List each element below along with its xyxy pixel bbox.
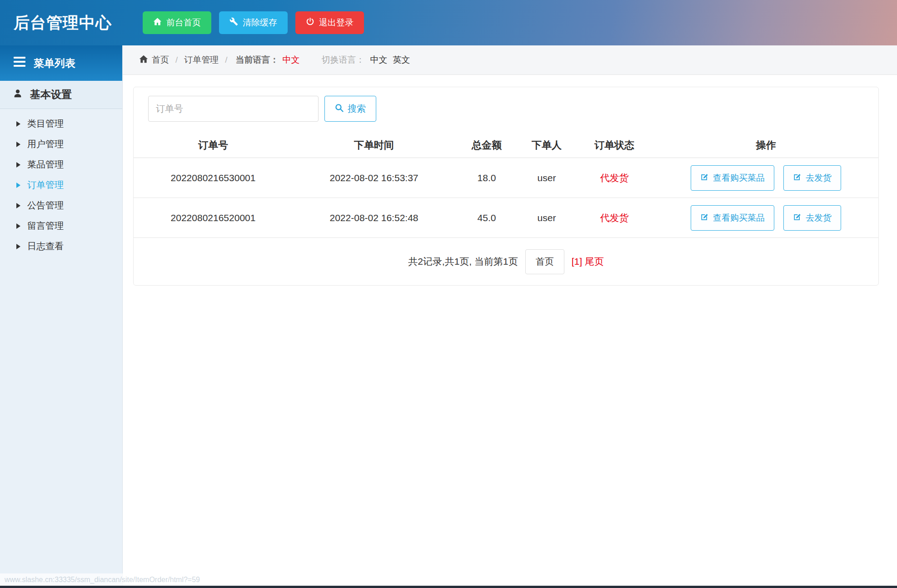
- sidebar-menu: 类目管理 用户管理 菜品管理 订单管理 公告管理 留言管理 日志查看: [0, 109, 122, 257]
- breadcrumb: 首页 / 订单管理 / 当前语言： 中文 切换语言： 中文 英文: [123, 45, 897, 75]
- table-header-row: 订单号 下单时间 总金额 下单人 订单状态 操作: [134, 133, 878, 158]
- cell-user: user: [518, 212, 575, 223]
- logout-label: 退出登录: [319, 17, 354, 29]
- cell-order-no: 2022080216530001: [134, 173, 293, 183]
- cell-order-no: 2022080216520001: [134, 212, 293, 223]
- edit-icon: [793, 212, 802, 223]
- pagination: 共2记录,共1页, 当前第1页 首页 [1] 尾页: [134, 238, 878, 285]
- admin-app: 后台管理中心 前台首页 清除缓存 退出登录 菜单列表 基本设置 类目管理: [0, 0, 897, 588]
- home-icon: [139, 54, 152, 66]
- caret-right-icon: [16, 121, 20, 127]
- sidebar-item-orders[interactable]: 订单管理: [0, 175, 122, 195]
- cell-amount: 18.0: [455, 173, 518, 183]
- ship-label: 去发货: [806, 212, 832, 224]
- ship-button[interactable]: 去发货: [783, 165, 841, 191]
- cell-actions: 查看购买菜品 去发货: [653, 165, 878, 191]
- logout-button[interactable]: 退出登录: [295, 11, 364, 34]
- first-page-button[interactable]: 首页: [525, 249, 564, 274]
- front-home-button[interactable]: 前台首页: [143, 11, 211, 34]
- pagination-summary: 共2记录,共1页, 当前第1页: [408, 255, 518, 268]
- orders-table: 订单号 下单时间 总金额 下单人 订单状态 操作 202208021653000…: [134, 133, 878, 285]
- sidebar-section-label: 基本设置: [30, 88, 72, 102]
- sidebar-item-label: 公告管理: [27, 199, 64, 212]
- caret-right-icon: [16, 203, 20, 208]
- bottom-edge-strip: [0, 586, 897, 588]
- view-items-button[interactable]: 查看购买菜品: [691, 165, 774, 191]
- view-items-button[interactable]: 查看购买菜品: [691, 205, 774, 231]
- edit-icon: [700, 173, 709, 183]
- caret-right-icon: [16, 223, 20, 229]
- user-icon: [13, 89, 23, 101]
- power-icon: [306, 17, 314, 28]
- clear-cache-label: 清除缓存: [243, 17, 277, 29]
- content: 搜索 订单号 下单时间 总金额 下单人 订单状态 操作: [123, 75, 897, 586]
- sidebar: 菜单列表 基本设置 类目管理 用户管理 菜品管理 订单管理 公告管理 留言管理 …: [0, 45, 123, 586]
- current-language-value[interactable]: 中文: [283, 54, 300, 66]
- caret-right-icon: [16, 183, 20, 188]
- col-header-amount: 总金额: [455, 138, 518, 152]
- sidebar-header: 菜单列表: [0, 45, 122, 81]
- wrench-icon: [229, 17, 238, 28]
- col-header-time: 下单时间: [293, 138, 455, 152]
- breadcrumb-separator: /: [225, 55, 227, 65]
- search-button-label: 搜索: [348, 103, 366, 115]
- app-title: 后台管理中心: [14, 12, 112, 34]
- view-items-label: 查看购买菜品: [713, 172, 765, 184]
- col-header-actions: 操作: [653, 138, 878, 152]
- breadcrumb-home[interactable]: 首页: [152, 54, 169, 66]
- front-home-label: 前台首页: [166, 17, 201, 29]
- main-area: 首页 / 订单管理 / 当前语言： 中文 切换语言： 中文 英文 搜索: [123, 45, 897, 586]
- sidebar-item-label: 日志查看: [27, 240, 64, 252]
- home-icon: [153, 17, 162, 28]
- cell-time: 2022-08-02 16:52:48: [293, 212, 455, 223]
- view-items-label: 查看购买菜品: [713, 212, 765, 224]
- ship-label: 去发货: [806, 172, 832, 184]
- sidebar-section-basic-settings[interactable]: 基本设置: [0, 81, 122, 109]
- clear-cache-button[interactable]: 清除缓存: [219, 11, 288, 34]
- switch-language-label: 切换语言：: [322, 54, 365, 66]
- sidebar-item-label: 菜品管理: [27, 158, 64, 171]
- sidebar-item-logs[interactable]: 日志查看: [0, 236, 122, 257]
- sidebar-item-label: 留言管理: [27, 220, 64, 232]
- ship-button[interactable]: 去发货: [783, 205, 841, 231]
- col-header-order-no: 订单号: [134, 138, 293, 152]
- breadcrumb-current[interactable]: 订单管理: [184, 54, 219, 66]
- orders-card: 搜索 订单号 下单时间 总金额 下单人 订单状态 操作: [133, 87, 879, 286]
- top-bar: 后台管理中心 前台首页 清除缓存 退出登录: [0, 0, 897, 45]
- cell-actions: 查看购买菜品 去发货: [653, 205, 878, 231]
- caret-right-icon: [16, 142, 20, 147]
- sidebar-item-messages[interactable]: 留言管理: [0, 216, 122, 236]
- table-row: 2022080216530001 2022-08-02 16:53:37 18.…: [134, 158, 878, 198]
- edit-icon: [700, 212, 709, 223]
- cell-time: 2022-08-02 16:53:37: [293, 173, 455, 183]
- sidebar-item-label: 类目管理: [27, 118, 64, 130]
- col-header-user: 下单人: [518, 138, 575, 152]
- menu-list-icon: [14, 57, 25, 69]
- sidebar-item-label: 订单管理: [27, 179, 64, 191]
- search-icon: [335, 104, 344, 114]
- current-language-label: 当前语言：: [236, 54, 279, 66]
- status-badge: 代发货: [575, 212, 653, 224]
- language-en-link[interactable]: 英文: [393, 54, 410, 66]
- browser-status-url: www.slashe.cn:33335/ssm_diancan/site/Ite…: [0, 573, 245, 586]
- sidebar-item-notices[interactable]: 公告管理: [0, 195, 122, 216]
- sidebar-item-category[interactable]: 类目管理: [0, 114, 122, 134]
- page-links[interactable]: [1] 尾页: [572, 255, 604, 268]
- sidebar-item-users[interactable]: 用户管理: [0, 134, 122, 154]
- search-button[interactable]: 搜索: [324, 96, 376, 122]
- sidebar-item-label: 用户管理: [27, 138, 64, 150]
- sidebar-item-dishes[interactable]: 菜品管理: [0, 154, 122, 175]
- cell-amount: 45.0: [455, 212, 518, 223]
- col-header-status: 订单状态: [575, 138, 653, 152]
- caret-right-icon: [16, 162, 20, 168]
- edit-icon: [793, 173, 802, 183]
- search-row: 搜索: [134, 87, 878, 122]
- sidebar-header-label: 菜单列表: [34, 56, 75, 70]
- caret-right-icon: [16, 244, 20, 249]
- cell-user: user: [518, 173, 575, 183]
- breadcrumb-separator: /: [175, 55, 178, 65]
- language-zh-link[interactable]: 中文: [370, 54, 388, 66]
- table-row: 2022080216520001 2022-08-02 16:52:48 45.…: [134, 198, 878, 238]
- status-badge: 代发货: [575, 172, 653, 184]
- order-no-input[interactable]: [148, 96, 319, 122]
